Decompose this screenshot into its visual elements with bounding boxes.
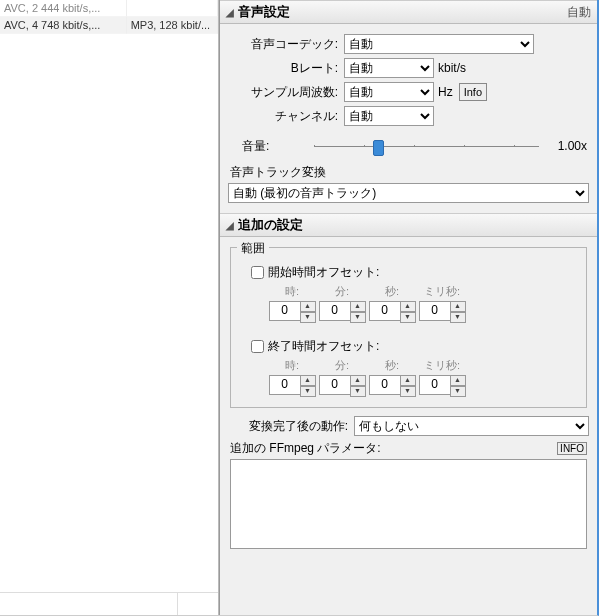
track-convert-select[interactable]: 自動 (最初の音声トラック) bbox=[228, 183, 589, 203]
volume-value: 1.00x bbox=[547, 139, 589, 153]
cell-video: AVC, 2 444 kbit/s,... bbox=[0, 0, 127, 17]
volume-label: 音量: bbox=[228, 138, 306, 155]
collapse-icon: ◢ bbox=[226, 220, 234, 231]
ffmpeg-param-label: 追加の FFmpeg パラメータ: bbox=[230, 440, 381, 457]
end-offset-label: 終了時間オフセット: bbox=[268, 338, 379, 355]
section-title: 音声設定 bbox=[238, 3, 290, 21]
end-h-input[interactable]: 0 bbox=[269, 375, 301, 395]
start-offset-label: 開始時間オフセット: bbox=[268, 264, 379, 281]
samplerate-select[interactable]: 自動 bbox=[344, 82, 434, 102]
spinner-buttons[interactable]: ▲▼ bbox=[450, 301, 466, 323]
samplerate-unit: Hz bbox=[438, 85, 453, 99]
start-ms-input[interactable]: 0 bbox=[419, 301, 451, 321]
unit-s: 秒: bbox=[367, 284, 417, 299]
start-m-input[interactable]: 0 bbox=[319, 301, 351, 321]
volume-slider[interactable] bbox=[314, 136, 539, 156]
spinner-buttons[interactable]: ▲▼ bbox=[300, 375, 316, 397]
audio-section-header[interactable]: ◢ 音声設定 自動 bbox=[220, 0, 597, 24]
settings-panel: ◢ 音声設定 自動 音声コーデック: 自動 Bレート: 自動 kbit/s サン… bbox=[219, 0, 597, 615]
unit-h: 時: bbox=[267, 358, 317, 373]
track-convert-label: 音声トラック変換 bbox=[230, 164, 589, 181]
samplerate-info-button[interactable]: Info bbox=[459, 83, 487, 101]
extra-section-header[interactable]: ◢ 追加の設定 bbox=[220, 213, 597, 237]
cell-audio bbox=[127, 0, 218, 17]
after-convert-select[interactable]: 何もしない bbox=[354, 416, 589, 436]
channel-label: チャンネル: bbox=[228, 108, 344, 125]
samplerate-label: サンプル周波数: bbox=[228, 84, 344, 101]
start-h-input[interactable]: 0 bbox=[269, 301, 301, 321]
collapse-icon: ◢ bbox=[226, 7, 234, 18]
unit-ms: ミリ秒: bbox=[417, 284, 467, 299]
bitrate-label: Bレート: bbox=[228, 60, 344, 77]
range-group: 範囲 開始時間オフセット: 時: 分: 秒: ミリ秒: 0▲▼ 0▲▼ bbox=[230, 247, 587, 408]
cell-audio: MP3, 128 kbit/... bbox=[127, 17, 218, 34]
spinner-buttons[interactable]: ▲▼ bbox=[400, 301, 416, 323]
codec-select[interactable]: 自動 bbox=[344, 34, 534, 54]
after-convert-label: 変換完了後の動作: bbox=[228, 418, 354, 435]
codec-label: 音声コーデック: bbox=[228, 36, 344, 53]
bitrate-unit: kbit/s bbox=[438, 61, 466, 75]
cell-video: AVC, 4 748 kbit/s,... bbox=[0, 17, 127, 34]
unit-ms: ミリ秒: bbox=[417, 358, 467, 373]
status-bar bbox=[0, 592, 218, 615]
start-s-input[interactable]: 0 bbox=[369, 301, 401, 321]
spinner-buttons[interactable]: ▲▼ bbox=[350, 301, 366, 323]
unit-s: 秒: bbox=[367, 358, 417, 373]
end-ms-input[interactable]: 0 bbox=[419, 375, 451, 395]
spinner-buttons[interactable]: ▲▼ bbox=[350, 375, 366, 397]
unit-m: 分: bbox=[317, 284, 367, 299]
spinner-buttons[interactable]: ▲▼ bbox=[450, 375, 466, 397]
bitrate-select[interactable]: 自動 bbox=[344, 58, 434, 78]
section-title: 追加の設定 bbox=[238, 216, 303, 234]
table-row[interactable]: AVC, 2 444 kbit/s,... bbox=[0, 0, 218, 17]
end-s-input[interactable]: 0 bbox=[369, 375, 401, 395]
end-m-input[interactable]: 0 bbox=[319, 375, 351, 395]
start-offset-checkbox[interactable] bbox=[251, 266, 264, 279]
table-row[interactable]: AVC, 4 748 kbit/s,... MP3, 128 kbit/... bbox=[0, 17, 218, 34]
ffmpeg-info-button[interactable]: INFO bbox=[557, 442, 587, 455]
file-list[interactable]: AVC, 2 444 kbit/s,... AVC, 4 748 kbit/s,… bbox=[0, 0, 218, 592]
spinner-buttons[interactable]: ▲▼ bbox=[400, 375, 416, 397]
range-title: 範囲 bbox=[237, 240, 269, 257]
ffmpeg-param-textarea[interactable] bbox=[230, 459, 587, 549]
end-offset-checkbox[interactable] bbox=[251, 340, 264, 353]
left-panel: AVC, 2 444 kbit/s,... AVC, 4 748 kbit/s,… bbox=[0, 0, 219, 615]
start-offset-row: 0▲▼ 0▲▼ 0▲▼ 0▲▼ bbox=[267, 301, 580, 323]
end-offset-row: 0▲▼ 0▲▼ 0▲▼ 0▲▼ bbox=[267, 375, 580, 397]
section-auto-label: 自動 bbox=[567, 4, 591, 21]
unit-m: 分: bbox=[317, 358, 367, 373]
slider-thumb-icon[interactable] bbox=[373, 140, 384, 156]
channel-select[interactable]: 自動 bbox=[344, 106, 434, 126]
spinner-buttons[interactable]: ▲▼ bbox=[300, 301, 316, 323]
unit-h: 時: bbox=[267, 284, 317, 299]
